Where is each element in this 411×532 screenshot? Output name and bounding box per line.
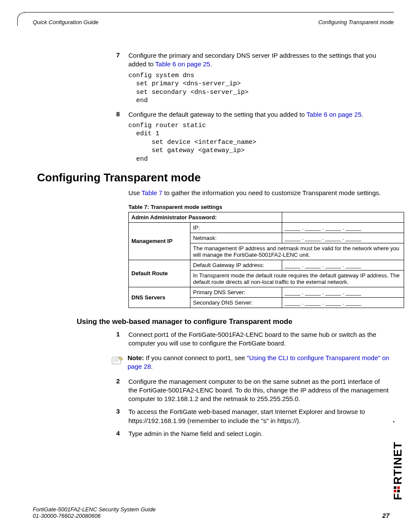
step-text: Type admin in the Name field and select … — [128, 429, 263, 438]
management-ip-head: Management IP — [129, 222, 190, 260]
primary-dns-label: Primary DNS Server: — [190, 287, 282, 297]
admin-password-label: Admin Administrator Password: — [129, 212, 282, 222]
default-route-note: In Transparent mode the default route re… — [190, 270, 404, 287]
step-number: 8 — [37, 110, 128, 119]
secondary-dns-label: Secondary DNS Server: — [190, 297, 282, 308]
link-table7[interactable]: Table 7 — [142, 189, 162, 196]
footer-left: FortiGate-5001FA2-LENC Security System G… — [33, 506, 156, 519]
note-block: Note: If you cannot connect to port1, se… — [110, 354, 389, 371]
management-ip-note: The management IP address and netmask mu… — [190, 243, 404, 260]
step-d2: 2 Configure the management computer to b… — [37, 377, 389, 404]
netmask-field: _____ . _____ . _____ . _____ — [282, 233, 404, 243]
step-number: 4 — [37, 429, 128, 438]
page-number: 27 — [382, 512, 389, 519]
step-7: 7 Configure the primary and secondary DN… — [37, 51, 389, 69]
step-text: Configure the default gateway to the set… — [128, 110, 363, 119]
ip-label: IP: — [190, 222, 282, 233]
secondary-dns-field: _____ . _____ . _____ . _____ — [282, 297, 404, 308]
step-text: Configure the management computer to be … — [128, 377, 389, 404]
step-number: 7 — [37, 51, 128, 69]
note-icon — [110, 354, 128, 368]
table-caption: Table 7: Transparent mode settings — [128, 204, 389, 210]
step-text: Connect port1 of the FortiGate-5001FA2-L… — [128, 330, 389, 348]
svg-rect-7 — [397, 490, 400, 492]
admin-password-field — [282, 212, 404, 222]
ip-field: _____ . _____ . _____ . _____ — [282, 222, 404, 233]
step-8: 8 Configure the default gateway to the s… — [37, 110, 389, 119]
netmask-label: Netmask: — [190, 233, 282, 243]
step-number: 3 — [37, 408, 128, 425]
svg-point-10 — [393, 421, 395, 423]
settings-table: Admin Administrator Password: Management… — [128, 212, 404, 308]
step-d4: 4 Type admin in the Name field and selec… — [37, 429, 389, 438]
section-heading: Configuring Transparent mode — [37, 171, 389, 184]
gateway-field: _____ . _____ . _____ . _____ — [282, 260, 404, 270]
note-label: Note: — [128, 354, 144, 361]
svg-text:F: F — [392, 493, 403, 500]
default-route-head: Default Route — [129, 260, 190, 287]
link-table6-a[interactable]: Table 6 on page 25 — [155, 60, 210, 68]
step-d3: 3 To access the FortiGate web-based mana… — [37, 408, 389, 425]
dns-servers-head: DNS Servers — [129, 287, 190, 308]
gateway-label: Default Gateway IP address: — [190, 260, 282, 270]
primary-dns-field: _____ . _____ . _____ . _____ — [282, 287, 404, 297]
section-intro: Use Table 7 to gather the information yo… — [128, 189, 389, 197]
svg-text:RTINET: RTINET — [392, 442, 403, 485]
svg-rect-6 — [394, 486, 396, 489]
header-left: Quick Configuration Guide — [33, 19, 98, 25]
step-text: Configure the primary and secondary DNS … — [128, 51, 389, 69]
svg-rect-8 — [397, 486, 400, 489]
header-right: Configuring Transparent mode — [318, 19, 394, 25]
code-block-router: config router static edit 1 set device <… — [128, 121, 389, 164]
step-text: To access the FortiGate web-based manage… — [128, 408, 389, 425]
link-table6-b[interactable]: Table 6 on page 25 — [306, 111, 361, 118]
step-number: 1 — [37, 330, 128, 348]
step-c1: 1 Connect port1 of the FortiGate-5001FA2… — [37, 330, 389, 348]
step-number: 2 — [37, 377, 128, 404]
code-block-dns: config system dns set primary <dns-serve… — [128, 72, 389, 105]
subsection-heading: Using the web-based manager to configure… — [77, 317, 389, 326]
fortinet-logo: F RTINET — [392, 418, 403, 502]
svg-rect-5 — [394, 490, 396, 492]
